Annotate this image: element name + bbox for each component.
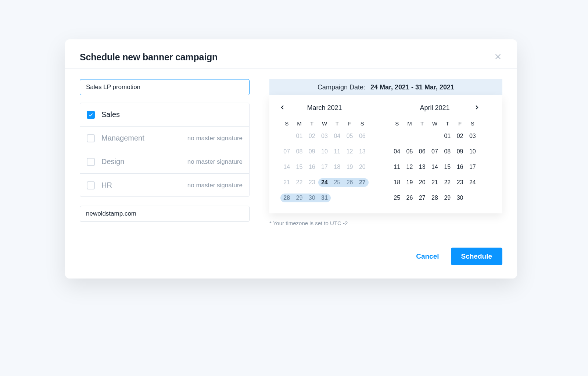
prev-month-button[interactable]	[278, 103, 287, 112]
calendar-day[interactable]: 07	[429, 147, 441, 156]
calendar-day[interactable]: 30	[453, 194, 466, 202]
calendar-day[interactable]: 24	[466, 178, 479, 187]
timezone-note: * Your timezone is set to UTC -2	[269, 220, 502, 226]
weekday-row: SMTWTFS	[391, 120, 479, 127]
calendar-day[interactable]: 28	[429, 194, 441, 202]
department-note: no master signature	[187, 182, 243, 189]
calendar-day[interactable]: 20	[356, 163, 369, 171]
calendar-day[interactable]: 19	[343, 163, 356, 171]
calendar-day[interactable]: 07	[280, 147, 293, 156]
calendar-day[interactable]: 24	[318, 178, 331, 187]
calendar-day[interactable]: 16	[306, 163, 318, 171]
department-checkbox[interactable]	[87, 181, 95, 189]
department-row[interactable]: Sales	[80, 103, 249, 127]
modal-header: Schedule new banner campaign	[65, 39, 517, 69]
month-title: April 2021	[420, 104, 449, 112]
department-row[interactable]: Managementno master signature	[80, 127, 249, 150]
calendar-day[interactable]: 12	[343, 147, 356, 156]
weekday-row: SMTWTFS	[280, 120, 369, 127]
calendar-day[interactable]: 10	[466, 147, 479, 156]
modal-body: SalesManagementno master signatureDesign…	[65, 69, 517, 230]
department-row[interactable]: HRno master signature	[80, 174, 249, 197]
calendar-day[interactable]: 28	[280, 194, 293, 202]
department-note: no master signature	[187, 158, 243, 166]
weekday-label: S	[391, 120, 403, 127]
chevron-right-icon	[475, 105, 478, 111]
calendar-day[interactable]: 26	[343, 178, 356, 187]
department-row[interactable]: Designno master signature	[80, 150, 249, 174]
calendar-day[interactable]: 04	[391, 147, 403, 156]
month-title: March 2021	[307, 104, 342, 112]
calendar-day[interactable]: 22	[441, 178, 453, 187]
calendar-day[interactable]: 18	[331, 163, 343, 171]
campaign-date-header: Campaign Date: 24 Mar, 2021 - 31 Mar, 20…	[269, 79, 502, 95]
calendar-day[interactable]: 29	[441, 194, 453, 202]
calendar-day[interactable]: 06	[356, 132, 369, 141]
calendar-day[interactable]: 06	[416, 147, 429, 156]
calendar-day[interactable]: 01	[293, 132, 305, 141]
cancel-button[interactable]: Cancel	[416, 252, 439, 260]
calendar-day[interactable]: 30	[306, 194, 318, 202]
calendar-day[interactable]: 16	[453, 163, 466, 171]
weekday-label: S	[466, 120, 479, 127]
calendar-day[interactable]: 14	[429, 163, 441, 171]
calendar-day[interactable]: 02	[306, 132, 318, 141]
calendar-day[interactable]: 13	[356, 147, 369, 156]
weekday-label: M	[293, 120, 305, 127]
calendar-day[interactable]: 22	[293, 178, 305, 187]
calendar-day[interactable]: 21	[429, 178, 441, 187]
calendar-day[interactable]: 05	[403, 147, 416, 156]
department-name: Design	[101, 157, 124, 166]
calendar-day[interactable]: 10	[318, 147, 331, 156]
calendar-day[interactable]: 29	[293, 194, 305, 202]
calendar-day[interactable]: 11	[391, 163, 403, 171]
calendar-day[interactable]: 20	[416, 178, 429, 187]
calendar-day[interactable]: 01	[441, 132, 453, 141]
schedule-campaign-modal: Schedule new banner campaign SalesManage…	[65, 39, 517, 279]
weekday-label: T	[306, 120, 318, 127]
calendar-day[interactable]: 19	[403, 178, 416, 187]
department-checkbox[interactable]	[87, 158, 95, 166]
modal-title: Schedule new banner campaign	[80, 52, 218, 63]
calendar-day[interactable]: 03	[318, 132, 331, 141]
calendar-day[interactable]: 13	[416, 163, 429, 171]
calendar-day[interactable]: 27	[356, 178, 369, 187]
calendar-day[interactable]: 14	[280, 163, 293, 171]
campaign-name-input[interactable]	[80, 79, 250, 95]
calendar-month: April 2021SMTWTFS01020304050607080910111…	[391, 103, 479, 202]
days-grid: 0102030405060708091011121314151617181920…	[391, 132, 479, 202]
department-name: Management	[101, 134, 144, 142]
weekday-label: F	[343, 120, 356, 127]
calendar-day[interactable]: 17	[318, 163, 331, 171]
chevron-left-icon	[281, 105, 284, 111]
calendar-day[interactable]: 25	[391, 194, 403, 202]
calendar-day[interactable]: 12	[403, 163, 416, 171]
calendar-day[interactable]: 26	[403, 194, 416, 202]
calendar-day[interactable]: 05	[343, 132, 356, 141]
next-month-button[interactable]	[472, 103, 481, 112]
calendar-day[interactable]: 03	[466, 132, 479, 141]
calendar-day[interactable]: 15	[441, 163, 453, 171]
calendar-day[interactable]: 25	[331, 178, 343, 187]
link-input[interactable]	[80, 206, 250, 222]
calendar-day[interactable]: 31	[318, 194, 331, 202]
department-checkbox[interactable]	[87, 111, 95, 119]
schedule-button[interactable]: Schedule	[451, 248, 502, 265]
calendar-day[interactable]: 23	[306, 178, 318, 187]
close-button[interactable]	[494, 53, 502, 62]
calendar-day[interactable]: 02	[453, 132, 466, 141]
department-checkbox[interactable]	[87, 134, 95, 142]
calendar-day[interactable]: 23	[453, 178, 466, 187]
calendar-day[interactable]: 11	[331, 147, 343, 156]
calendar-day[interactable]: 17	[466, 163, 479, 171]
calendar-day[interactable]: 08	[293, 147, 305, 156]
calendar-day[interactable]: 15	[293, 163, 305, 171]
calendar-day[interactable]: 18	[391, 178, 403, 187]
calendar-day[interactable]: 27	[416, 194, 429, 202]
close-icon	[494, 53, 502, 61]
calendar-day[interactable]: 08	[441, 147, 453, 156]
calendar-day[interactable]: 09	[306, 147, 318, 156]
calendar-day[interactable]: 21	[280, 178, 293, 187]
calendar-day[interactable]: 04	[331, 132, 343, 141]
calendar-day[interactable]: 09	[453, 147, 466, 156]
